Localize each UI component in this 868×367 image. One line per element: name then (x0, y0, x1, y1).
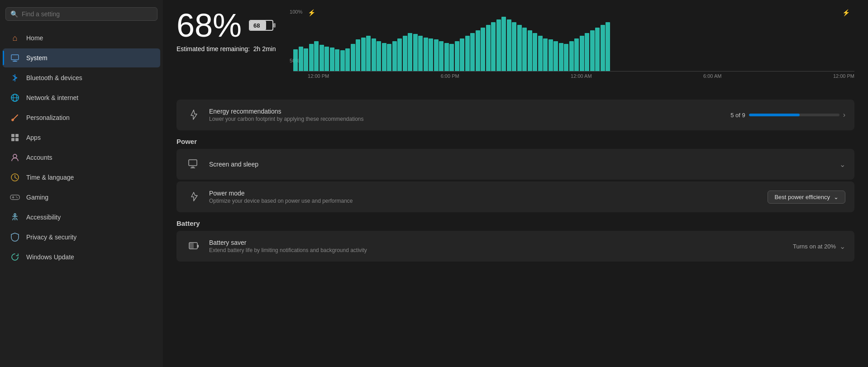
personalization-icon (10, 113, 20, 123)
chart-bar (455, 41, 459, 71)
chart-bar (595, 28, 600, 71)
battery-saver-right: Turns on at 20% ⌄ (793, 242, 845, 251)
apps-icon (10, 133, 20, 143)
chart-bar (481, 28, 485, 71)
bluetooth-icon (10, 73, 20, 83)
chart-bar (543, 38, 548, 71)
sidebar-item-accessibility[interactable]: Accessibility (3, 208, 160, 227)
power-mode-card[interactable]: Power mode Optimize your device based on… (176, 181, 854, 212)
power-mode-dropdown[interactable]: Best power efficiency ⌄ (768, 191, 845, 204)
power-mode-value: Best power efficiency (774, 194, 830, 200)
chart-bar (320, 45, 324, 71)
battery-saver-chevron: ⌄ (839, 242, 845, 251)
energy-recommendations-card[interactable]: Energy recommendations Lower your carbon… (176, 100, 854, 130)
chart-bar (590, 30, 595, 71)
svg-rect-27 (189, 160, 197, 166)
battery-overview: 68% 68 Estimated time remaining: 2h 2min (176, 9, 854, 91)
chart-bar (413, 34, 418, 71)
chart-bar (356, 39, 360, 71)
sidebar-item-system[interactable]: System (3, 48, 160, 67)
chart-bar (392, 41, 397, 71)
screen-sleep-right: ⌄ (839, 160, 845, 169)
energy-icon (186, 107, 202, 123)
power-mode-text: Power mode Optimize your device based on… (209, 190, 760, 204)
energy-card-subtitle: Lower your carbon footprint by applying … (209, 116, 723, 122)
chart-bar (574, 38, 579, 71)
svg-rect-31 (197, 245, 199, 248)
chart-bar (335, 49, 339, 71)
chart-bar (580, 36, 584, 71)
privacy-icon (10, 232, 20, 242)
power-mode-title: Power mode (209, 190, 760, 197)
battery-saver-value: Turns on at 20% (793, 243, 836, 250)
sidebar-item-update[interactable]: Windows Update (3, 248, 160, 267)
search-input[interactable] (22, 10, 153, 18)
chart-bar (340, 50, 345, 71)
sidebar-item-gaming[interactable]: Gaming (3, 188, 160, 207)
power-mode-icon (186, 189, 202, 205)
svg-point-22 (14, 214, 16, 215)
sidebar-item-bluetooth[interactable]: Bluetooth & devices (3, 68, 160, 87)
energy-card-right: 5 of 9 › (730, 111, 845, 119)
chart-bar (601, 25, 605, 71)
chart-bar (397, 38, 402, 71)
battery-info: 68% 68 Estimated time remaining: 2h 2min (176, 9, 276, 52)
chart-x-labels: 12:00 PM 6:00 PM 12:00 AM 6:00 AM 12:00 … (308, 73, 854, 79)
svg-text:68: 68 (253, 22, 260, 29)
chart-bar (559, 43, 563, 71)
sidebar: 🔍 ⌂ Home System Bluetooth & devices (0, 0, 163, 367)
accounts-icon (10, 153, 20, 162)
battery-saver-subtitle: Extend battery life by limiting notifica… (209, 247, 786, 253)
sidebar-item-label: Home (26, 34, 43, 42)
chart-bar (429, 38, 433, 71)
update-icon (10, 252, 20, 262)
sidebar-item-label: Accounts (26, 154, 52, 161)
energy-progress-bar (749, 114, 839, 116)
screen-sleep-text: Screen and sleep (209, 161, 832, 168)
sidebar-item-apps[interactable]: Apps (3, 128, 160, 147)
gaming-icon (10, 192, 20, 202)
chart-bar (564, 44, 568, 71)
chart-bar (293, 49, 298, 71)
chart-bar (522, 28, 527, 71)
sidebar-item-personalization[interactable]: Personalization (3, 108, 160, 127)
svg-rect-0 (11, 55, 19, 60)
main-content: 68% 68 Estimated time remaining: 2h 2min (163, 0, 868, 367)
svg-rect-11 (11, 138, 14, 141)
battery-icon: 68 (249, 19, 276, 32)
home-icon: ⌂ (10, 33, 20, 43)
sidebar-item-time[interactable]: Time & language (3, 168, 160, 187)
chart-bar (366, 36, 371, 71)
chart-bar (387, 44, 391, 71)
sidebar-item-network[interactable]: Network & internet (3, 88, 160, 107)
chart-bar (486, 25, 491, 71)
sidebar-item-label: Windows Update (26, 253, 74, 261)
energy-card-text: Energy recommendations Lower your carbon… (209, 108, 723, 122)
sidebar-item-accounts[interactable]: Accounts (3, 148, 160, 167)
chart-bar (439, 41, 444, 71)
battery-saver-card[interactable]: Battery saver Extend battery life by lim… (176, 231, 854, 262)
sidebar-item-label: Time & language (26, 174, 74, 181)
chart-bar (507, 19, 511, 71)
sidebar-item-home[interactable]: ⌂ Home (3, 29, 160, 48)
screen-sleep-card[interactable]: Screen and sleep ⌄ (176, 149, 854, 180)
sidebar-item-label: Privacy & security (26, 234, 76, 241)
chart-bar (528, 30, 532, 71)
sidebar-item-label: Personalization (26, 114, 70, 121)
chart-bar (449, 44, 454, 71)
chart-bar (606, 22, 610, 71)
chart-bar (382, 43, 386, 71)
chart-bar (512, 22, 516, 71)
sidebar-item-label: Apps (26, 134, 41, 141)
energy-card-title: Energy recommendations (209, 108, 723, 115)
chart-bar (476, 30, 480, 71)
svg-rect-12 (15, 138, 19, 141)
battery-percentage: 68% (176, 9, 242, 42)
sidebar-item-privacy[interactable]: Privacy & security (3, 228, 160, 247)
search-box[interactable]: 🔍 (5, 7, 157, 21)
svg-rect-32 (190, 243, 194, 248)
chart-bar (408, 33, 412, 71)
chart-bar (309, 44, 314, 71)
chart-bar (517, 25, 522, 71)
chart-bar (424, 38, 428, 71)
